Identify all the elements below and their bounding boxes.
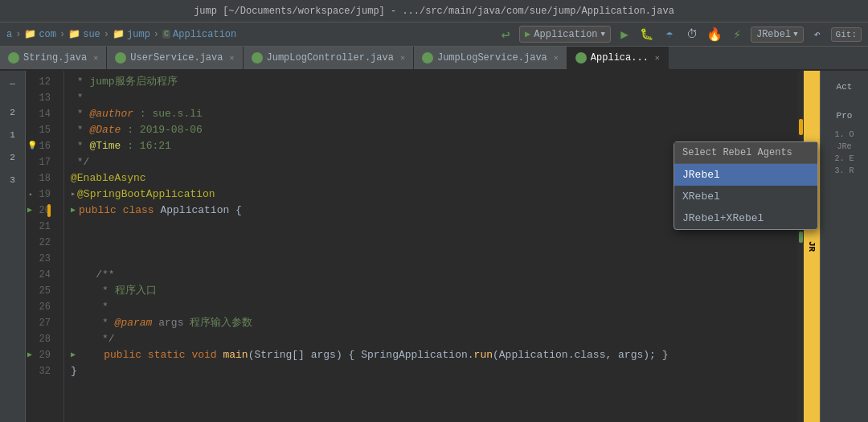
tab-close-jumplogservice[interactable]: ✕ <box>554 53 559 63</box>
tab-jumplogcontroller[interactable]: JumpLogController.java ✕ <box>244 47 414 69</box>
code-line-27: * @param args 程序输入参数 <box>71 315 797 331</box>
bulb-icon[interactable]: 💡 <box>27 138 37 154</box>
gutter-21: 21 <box>26 219 57 235</box>
jrebel-side-panel[interactable]: JR <box>804 71 820 422</box>
sidebar-2b-btn[interactable]: 2 <box>3 148 23 167</box>
pro-item-3: 3. R <box>834 166 854 175</box>
tab-close-jumplogcontroller[interactable]: ✕ <box>400 53 405 63</box>
tab-icon-jumplogcontroller <box>252 52 263 64</box>
sidebar-3-btn[interactable]: 3 <box>3 170 23 190</box>
gutter-29: ▶ 29 <box>26 347 57 363</box>
breadcrumb-com[interactable]: com <box>39 29 56 40</box>
gutter-14: 14 <box>26 106 57 122</box>
tab-label-application: Applica... <box>591 52 649 64</box>
run-config-label: Application <box>534 29 597 40</box>
rebel-agents-dropdown: Select Rebel Agents JRebel XRebel JRebel… <box>674 141 818 230</box>
pro-item-2: 2. E <box>834 154 854 163</box>
breadcrumb-sue[interactable]: sue <box>83 29 100 40</box>
gutter-19: ▸ 19 <box>26 186 57 203</box>
pro-item-1: 1. O <box>834 130 854 139</box>
coverage-button[interactable]: ☂ <box>661 26 678 43</box>
sidebar-collapse-btn[interactable]: — <box>3 74 23 93</box>
code-line-14: * @author : sue.s.li <box>71 106 797 122</box>
folder-icon: 📁 <box>24 28 36 40</box>
rebel-option-xrebel-label: XRebel <box>682 191 720 203</box>
tab-icon-jumplogservice <box>422 52 433 64</box>
gutter-28: 28 <box>26 331 57 347</box>
revert-icon[interactable]: ↶ <box>809 26 826 43</box>
tab-label-jumplogservice: JumpLogService.java <box>437 52 547 64</box>
tab-close-userservice[interactable]: ✕ <box>229 53 234 63</box>
run-inline-icon[interactable]: ▶ <box>71 203 76 219</box>
tabs-bar: String.java ✕ UserService.java ✕ JumpLog… <box>0 47 868 71</box>
gutter-13: 13 <box>26 90 57 106</box>
folder-icon-2: 📁 <box>68 28 80 40</box>
gutter-17: 17 <box>26 154 57 170</box>
code-line-28: */ <box>71 331 797 347</box>
git-dropdown[interactable]: Git: <box>831 27 862 42</box>
tab-icon-string <box>8 52 19 64</box>
debug-button[interactable]: 🐛 <box>638 26 656 43</box>
green-scroll-marker <box>799 231 803 243</box>
code-line-29: ▶ public static void main(String[] args)… <box>71 347 797 363</box>
main-area: — 2 1 2 3 12 13 14 15 💡 16 17 18 ▸ 19 ▶ … <box>0 71 868 422</box>
rebel-option-xrebel[interactable]: XRebel <box>674 186 817 207</box>
sidebar-2-btn[interactable]: 2 <box>3 103 23 122</box>
code-line-23 <box>71 251 797 267</box>
jrebel-agent-icon[interactable]: ⚡ <box>728 26 746 43</box>
gutter-26: 26 <box>26 299 57 315</box>
gutter-27: 27 <box>26 315 57 331</box>
act-label: Act <box>837 82 853 92</box>
tab-icon-application <box>575 52 587 64</box>
breadcrumb: a › 📁 com › 📁 sue › 📁 jump › C Applicati… <box>6 28 236 40</box>
code-line-26: * <box>71 299 797 315</box>
profiler-button[interactable]: ⏱ <box>683 26 701 43</box>
jrebel-dropdown[interactable]: JRebel ▼ <box>751 27 804 43</box>
tab-close-application[interactable]: ✕ <box>655 53 660 63</box>
code-line-32: } <box>71 363 797 379</box>
orange-indicator <box>47 204 51 217</box>
code-line-12: * jump服务启动程序 <box>71 74 797 90</box>
back-arrow-icon[interactable]: ↩ <box>497 26 514 43</box>
gutter-12: 12 <box>26 74 57 90</box>
jrebel-hotswap-icon[interactable]: 🔥 <box>706 26 723 43</box>
run-config-icon: ▶ <box>525 28 530 40</box>
gutter-32: 32 <box>26 363 57 379</box>
rebel-option-jrebel[interactable]: JRebel <box>674 164 817 186</box>
breadcrumb-application[interactable]: Application <box>173 29 236 40</box>
gutter-24: 24 <box>26 267 57 283</box>
fold-icon-19[interactable]: ▸ <box>29 186 33 203</box>
code-line-13: * <box>71 90 797 106</box>
rebel-option-jrebel-xrebel[interactable]: JRebel+XRebel <box>674 207 817 229</box>
run-inline-icon-29[interactable]: ▶ <box>71 347 76 363</box>
tab-userservice[interactable]: UserService.java ✕ <box>107 47 243 69</box>
breadcrumb-jump[interactable]: jump <box>127 29 150 40</box>
tab-close-string[interactable]: ✕ <box>93 53 98 63</box>
run-icon-29[interactable]: ▶ <box>27 347 32 363</box>
sidebar-1-btn[interactable]: 1 <box>3 125 23 145</box>
tab-string[interactable]: String.java ✕ <box>0 47 107 69</box>
breadcrumb-a[interactable]: a <box>6 29 12 40</box>
fold-icon: ▸ <box>71 186 76 203</box>
code-line-22 <box>71 235 797 251</box>
pro-item-jre: JRe <box>837 142 851 151</box>
scrollbar-track[interactable] <box>797 71 804 422</box>
jrebel-chevron-icon: ▼ <box>793 31 797 39</box>
nav-actions: ↩ ▶ Application ▼ ▶ 🐛 ☂ ⏱ 🔥 ⚡ JRebel ▼ ↶ <box>497 26 862 43</box>
run-button[interactable]: ▶ <box>616 26 633 43</box>
left-sidebar: — 2 1 2 3 <box>0 71 26 422</box>
folder-icon-3: 📁 <box>113 28 125 40</box>
tab-label-string: String.java <box>23 52 87 64</box>
code-editor[interactable]: * jump服务启动程序 * * @author : sue.s.li * @D… <box>64 71 804 422</box>
gutter-22: 22 <box>26 235 57 251</box>
nav-bar: a › 📁 com › 📁 sue › 📁 jump › C Applicati… <box>0 23 868 47</box>
run-config-dropdown[interactable]: ▶ Application ▼ <box>519 26 611 43</box>
tab-jumplogservice[interactable]: JumpLogService.java ✕ <box>414 47 567 69</box>
code-line-15: * @Date : 2019-08-06 <box>71 122 797 138</box>
run-icon-20[interactable]: ▶ <box>27 203 32 219</box>
chevron-down-icon: ▼ <box>601 31 605 39</box>
rebel-agents-title: Select Rebel Agents <box>674 142 817 164</box>
tab-application[interactable]: Applica... ✕ <box>567 47 669 69</box>
tab-label-jumplogcontroller: JumpLogController.java <box>267 52 394 64</box>
code-line-25: * 程序入口 <box>71 283 797 299</box>
